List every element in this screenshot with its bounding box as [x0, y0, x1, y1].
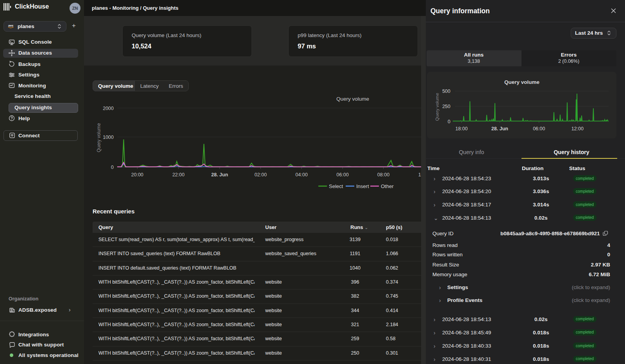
svg-text:28. Jun: 28. Jun — [211, 172, 228, 178]
svg-text:28. Jun: 28. Jun — [491, 126, 508, 131]
svg-text:Query volume: Query volume — [336, 96, 369, 102]
svg-text:Other: Other — [381, 183, 394, 189]
svg-text:Insert: Insert — [356, 183, 369, 189]
svg-text:20:00: 20:00 — [131, 172, 143, 178]
svg-text:22:00: 22:00 — [172, 172, 184, 178]
svg-text:06:00: 06:00 — [533, 126, 545, 131]
svg-text:12:00: 12:00 — [571, 126, 584, 131]
svg-text:aws: aws — [8, 24, 13, 27]
svg-text:Select: Select — [329, 183, 343, 189]
svg-text:02:00: 02:00 — [255, 172, 267, 178]
svg-text:Query volume: Query volume — [96, 123, 102, 152]
svg-text:06:00: 06:00 — [336, 172, 348, 178]
svg-text:0: 0 — [111, 165, 114, 170]
svg-text:Query volume: Query volume — [504, 79, 540, 85]
svg-text:500: 500 — [442, 89, 450, 94]
svg-text:Query volume: Query volume — [435, 93, 439, 121]
svg-text:18:00: 18:00 — [455, 126, 468, 131]
svg-text:250: 250 — [442, 104, 450, 109]
svg-text:04:00: 04:00 — [295, 172, 307, 178]
svg-text:2000: 2000 — [103, 106, 114, 111]
svg-text:1000: 1000 — [103, 135, 114, 140]
svg-text:0: 0 — [448, 119, 450, 124]
svg-text:08:00: 08:00 — [377, 172, 389, 178]
